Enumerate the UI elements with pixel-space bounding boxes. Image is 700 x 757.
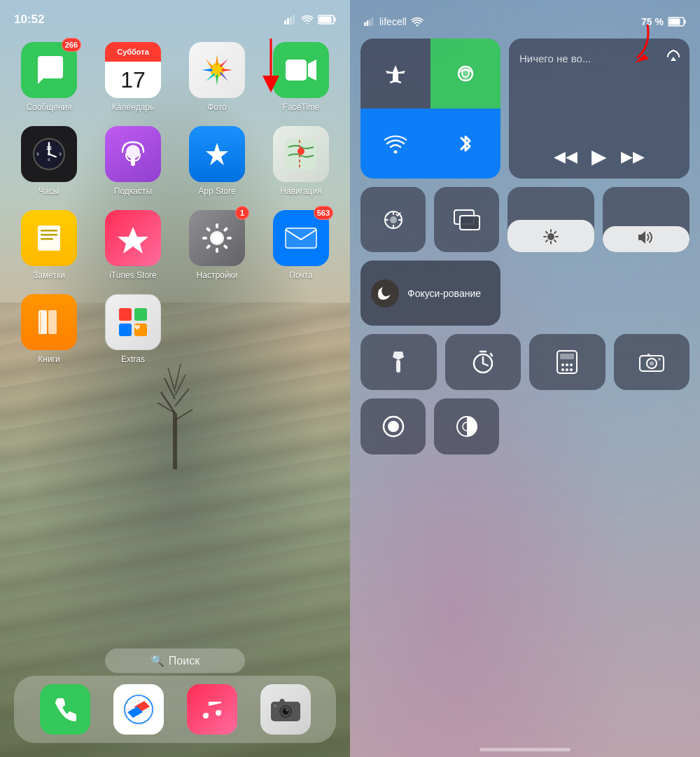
app-itunes[interactable]: iTunes Store xyxy=(98,210,168,280)
tree-decoration xyxy=(154,357,196,469)
svg-point-108 xyxy=(561,368,564,371)
app-appstore-icon[interactable] xyxy=(189,126,245,182)
app-photos-icon[interactable] xyxy=(189,42,245,98)
app-maps[interactable]: Навигация xyxy=(266,126,336,196)
dock-music-icon[interactable] xyxy=(187,684,237,735)
app-maps-icon[interactable] xyxy=(273,126,329,182)
status-icons xyxy=(284,15,336,25)
svg-rect-73 xyxy=(367,20,369,26)
app-notes[interactable]: Заметки xyxy=(14,210,84,280)
svg-rect-35 xyxy=(41,230,57,232)
app-books[interactable]: Книги xyxy=(14,294,84,364)
orientation-lock-btn[interactable] xyxy=(360,187,426,252)
svg-rect-74 xyxy=(369,20,371,26)
volume-slider[interactable] xyxy=(603,187,690,252)
svg-point-30 xyxy=(126,145,140,159)
app-itunes-label: iTunes Store xyxy=(109,270,157,280)
cc-row-focus: Фокуси-рование xyxy=(360,261,690,326)
app-appstore[interactable]: App Store xyxy=(182,126,252,196)
svg-marker-20 xyxy=(308,60,316,81)
camera-cc-btn[interactable] xyxy=(614,334,690,390)
svg-rect-19 xyxy=(286,60,307,81)
wifi-icon xyxy=(301,15,314,25)
airplane-mode-btn[interactable] xyxy=(360,39,430,109)
signal-icon xyxy=(284,15,297,25)
svg-point-109 xyxy=(566,368,568,371)
carrier-name: lifecell xyxy=(379,16,407,27)
screen-record-btn[interactable] xyxy=(360,398,426,454)
svg-rect-37 xyxy=(41,238,53,240)
cellular-btn[interactable] xyxy=(430,39,500,109)
screen-mirror-btn[interactable] xyxy=(434,187,499,252)
svg-rect-42 xyxy=(227,237,232,239)
app-clock[interactable]: 12 6 9 3 Часы xyxy=(14,126,84,196)
media-panel: Ничего не во... ◀◀ ▶ ▶▶ xyxy=(509,39,690,179)
dock-safari-icon[interactable] xyxy=(113,684,164,735)
flashlight-icon xyxy=(388,350,408,374)
app-calendar-icon[interactable]: Суббота 17 xyxy=(105,42,161,98)
timer-btn[interactable] xyxy=(445,334,522,390)
cc-row-2 xyxy=(360,187,690,252)
svg-line-8 xyxy=(175,410,192,420)
svg-rect-72 xyxy=(364,22,366,26)
app-settings[interactable]: 1 Настройки xyxy=(182,210,252,280)
app-notes-label: Заметки xyxy=(33,270,65,280)
svg-rect-9 xyxy=(284,20,286,25)
app-messages[interactable]: 266 Сообщения xyxy=(14,42,84,112)
app-books-icon[interactable] xyxy=(21,294,77,350)
search-text: Поиск xyxy=(169,655,200,667)
focus-label: Фокуси-рование xyxy=(407,288,481,299)
focus-panel[interactable]: Фокуси-рование xyxy=(360,261,500,326)
bluetooth-btn[interactable] xyxy=(430,109,500,179)
app-notes-icon[interactable] xyxy=(21,210,77,266)
dock-music[interactable] xyxy=(187,684,237,735)
app-messages-icon[interactable]: 266 xyxy=(21,42,77,98)
dock-camera-icon[interactable] xyxy=(260,684,311,735)
next-button[interactable]: ▶▶ xyxy=(621,148,645,166)
cellular-icon xyxy=(454,62,477,85)
svg-rect-47 xyxy=(206,227,211,232)
filter-display-btn[interactable] xyxy=(434,398,499,454)
app-clock-label: Часы xyxy=(38,186,59,196)
left-arrow-annotation xyxy=(253,39,288,95)
signal-icon-right xyxy=(364,18,375,26)
app-podcasts[interactable]: Подкасты xyxy=(98,126,168,196)
calendar-day: 17 xyxy=(120,62,146,98)
dock-camera[interactable] xyxy=(260,684,311,735)
app-facetime-label: FaceTime xyxy=(283,102,320,112)
app-extras-icon[interactable] xyxy=(105,294,161,350)
dock-safari[interactable] xyxy=(113,684,164,735)
app-extras[interactable]: Extras xyxy=(98,294,168,364)
flashlight-btn[interactable] xyxy=(360,334,437,390)
battery-icon-right xyxy=(668,17,686,27)
airplane-icon xyxy=(384,62,407,85)
network-panel[interactable] xyxy=(360,39,500,179)
calculator-btn[interactable] xyxy=(529,334,606,390)
app-itunes-icon[interactable] xyxy=(105,210,161,266)
dock-phone[interactable] xyxy=(40,684,90,735)
airplay-icon[interactable] xyxy=(666,47,681,62)
app-settings-icon[interactable]: 1 xyxy=(189,210,245,266)
wifi-btn[interactable] xyxy=(360,109,430,179)
play-button[interactable]: ▶ xyxy=(592,145,607,168)
svg-point-116 xyxy=(388,421,399,432)
wifi-icon-right xyxy=(411,17,424,27)
svg-rect-43 xyxy=(223,244,228,249)
dock-phone-icon[interactable] xyxy=(40,684,90,735)
svg-point-71 xyxy=(274,704,276,707)
bottom-row-spacer xyxy=(507,398,690,454)
prev-button[interactable]: ◀◀ xyxy=(554,148,578,166)
app-photos[interactable]: Фото xyxy=(182,42,252,112)
search-bar[interactable]: 🔍 Поиск xyxy=(105,648,245,673)
svg-rect-0 xyxy=(173,413,177,469)
app-calendar[interactable]: Суббота 17 Календарь xyxy=(98,42,168,112)
screen-mirror-icon xyxy=(454,209,480,230)
app-podcasts-icon[interactable] xyxy=(105,126,161,182)
app-mail[interactable]: 563 Почта xyxy=(266,210,336,280)
app-clock-icon[interactable]: 12 6 9 3 xyxy=(21,126,77,182)
brightness-slider[interactable] xyxy=(507,187,594,252)
wifi-btn-icon xyxy=(384,134,407,153)
svg-line-93 xyxy=(546,232,547,233)
svg-rect-50 xyxy=(286,227,316,249)
app-mail-icon[interactable]: 563 xyxy=(273,210,329,266)
